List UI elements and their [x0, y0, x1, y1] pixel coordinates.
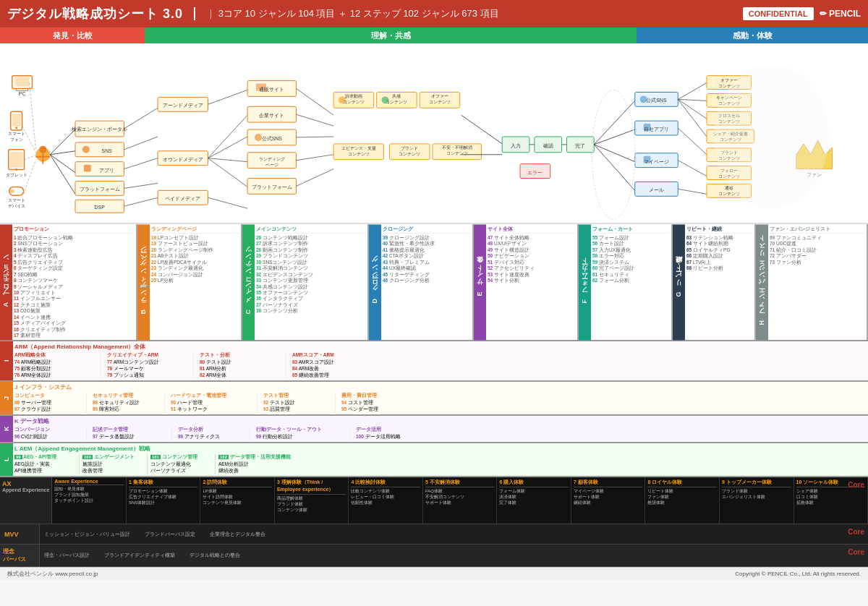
svg-point-12 — [15, 168, 17, 171]
svg-text:完了: 完了 — [575, 143, 585, 148]
svg-text:ペイドメディア: ペイドメディア — [165, 196, 200, 201]
svg-rect-2 — [15, 77, 30, 87]
section-b: B ランディングページ ランディングページ 18 LPコンセプト設計 19 ファ… — [137, 224, 242, 340]
svg-text:ページ: ページ — [265, 162, 278, 167]
svg-text:コンテンツ: コンテンツ — [429, 99, 451, 104]
svg-text:自セアプリ: 自セアプリ — [644, 127, 669, 132]
ax-col-4-header: 4 比較検討体験 — [351, 479, 420, 487]
section-a: A プロモーション プロモーション 1 総合プロモーション戦略 2 SNSプロモ… — [0, 224, 137, 340]
section-i-tag: I — [0, 341, 13, 380]
ax-col-8-header: 8 ロイヤル体験 — [647, 479, 717, 487]
section-g-content: リピート・継続 63 リテンション戦略 64 サイト継続利用 65 ロイヤルティ… — [685, 224, 754, 340]
ax-col-3-header: 3 理解体験（Think / Employee experience） — [277, 479, 346, 495]
core-label-rinen: Core — [848, 548, 864, 556]
section-e: E サイト全体 サイト全体 47 サイト全体戦略 48 UX/UIデザイン 49… — [474, 224, 579, 340]
section-d-content: クロージング 39 クロージング設計 40 緊急性・希少性訴求 41 価格提示最… — [381, 224, 472, 340]
svg-text:マイページ: マイページ — [644, 159, 669, 164]
ax-col-5-header: 5 不安解消体験 — [425, 479, 495, 487]
ax-col-2-header: 2 訪問体験 — [203, 479, 272, 487]
ax-col-9-header: 9 トップメーカー体験 — [722, 479, 791, 487]
mvv-row: MVV ミッション・ビジョン・バリュー設計 ブランドパーパス設定 企業理念とデジ… — [0, 524, 868, 545]
svg-point-7 — [15, 127, 17, 129]
section-b-content: ランディングページ 18 LPコンセプト設計 19 ファーストビュー設計 20 … — [150, 224, 241, 340]
svg-text:確認: 確認 — [542, 143, 553, 148]
svg-text:スマート: スマート — [8, 198, 25, 202]
section-d-tag: D クロージング — [369, 224, 381, 340]
section-row-i: I ARM（Append Relationship Management）全体 … — [0, 341, 868, 382]
svg-text:エラー: エラー — [527, 170, 542, 175]
svg-text:PC: PC — [19, 91, 26, 96]
section-row-k: K K データ戦略 コンバージョン 96 CV計測設計 記述データ管理 97 デ… — [0, 416, 868, 443]
svg-text:アプリ: アプリ — [99, 168, 114, 173]
svg-text:コンテンツ: コンテンツ — [386, 99, 407, 104]
ax-content: Aware Experience 認知・発見体験ブランド認知施策タッチポイント設… — [52, 477, 868, 524]
svg-point-33 — [82, 146, 90, 153]
ax-col-5: 5 不安解消体験 FAQ体験不安解消コンテンツサポート体験 — [423, 477, 498, 524]
section-row-j: J J インフラ・システム コンピュータ 86 サーバー管理 87 クラウド設計… — [0, 382, 868, 416]
svg-text:フォン: フォン — [10, 137, 23, 142]
svg-text:アーンドメディア: アーンドメディア — [163, 103, 203, 108]
section-h-content: ファン・エバンジェリスト 69 ファンコミュニティ 70 UGC促進 71 紹介… — [768, 224, 867, 340]
core-label-mvv: Core — [848, 528, 864, 536]
section-e-tag: E サイト全体 — [474, 224, 486, 340]
svg-text:コンテンツ: コンテンツ — [348, 152, 370, 156]
section-k-tag: K — [0, 416, 13, 442]
confidential-badge: CONFIDENTIAL — [743, 7, 814, 20]
footer-bar: 株式会社ペンシル www.pencil.co.jp Copyright © PE… — [0, 567, 868, 580]
section-f: F フォーム・カート フォーム・カート 55 フォーム設計 56 カート設計 5… — [579, 224, 673, 340]
ax-subtitle: Append Experience — [2, 487, 49, 492]
svg-point-15 — [10, 189, 14, 193]
section-g-tag: G リピート・継続 — [673, 224, 685, 340]
diagram-area: PC スマート フォン タブレット スマート デバイス — [0, 43, 868, 224]
section-c: C メインコンテンツ メインコンテンツ 26 コンテンツ戦略設計 27 訴求コン… — [242, 224, 369, 340]
svg-point-153 — [714, 65, 829, 208]
svg-text:DSP: DSP — [95, 205, 106, 210]
svg-text:タブレット: タブレット — [6, 172, 27, 177]
svg-rect-36 — [84, 165, 91, 172]
ax-col-9: 9 トップメーカー体験 ブランド体験エバンジェリスト体験 — [720, 477, 794, 524]
svg-text:プラットフォーム: プラットフォーム — [80, 187, 120, 192]
pencil-logo: ✏ PENCIL — [820, 9, 861, 19]
svg-text:共感: 共感 — [392, 93, 401, 98]
core-label-ax: Core — [848, 481, 864, 489]
section-e-content: サイト全体 47 サイト全体戦略 48 UX/UIデザイン 49 サイト構造設計… — [486, 224, 577, 340]
svg-text:コンテンツ: コンテンツ — [343, 100, 365, 104]
page-title: デジタル戦略成功シート 3.0 — [7, 5, 183, 22]
ax-col-2: 2 訪問体験 LP体験サイト訪問体験コンテンツ発見体験 — [200, 477, 275, 524]
svg-text:メール: メール — [649, 187, 664, 192]
section-g: G リピート・継続 リピート・継続 63 リテンション戦略 64 サイト継続利用… — [673, 224, 756, 340]
section-j-tag: J — [0, 382, 13, 414]
mvv-label: MVV — [0, 524, 40, 544]
svg-text:ランディング: ランディング — [259, 156, 286, 161]
section-row-l: L L AEM（Append Engagement Management）戦略 … — [0, 443, 868, 477]
section-feel: 感動・体験 — [637, 27, 868, 43]
header-right: CONFIDENTIAL ✏ PENCIL — [743, 7, 861, 20]
ax-col-8: 8 ロイヤル体験 リピート体験ファン体験推奨体験 — [645, 477, 720, 524]
ax-label: AX Append Experience — [0, 477, 52, 524]
copyright: Copyright © PENCIL Co., Ltd. All rights … — [735, 571, 861, 577]
ax-col-aware-header: Aware Experience — [54, 479, 124, 485]
section-f-tag: F フォーム・カート — [579, 224, 591, 340]
section-h: H ファン・エバンジェリスト ファン・エバンジェリスト 69 ファンコミュニティ… — [756, 224, 868, 340]
svg-text:デバイス: デバイス — [8, 204, 25, 208]
section-bar: 発見・比較 理解・共感 感動・体験 — [0, 27, 868, 43]
svg-text:SNS: SNS — [102, 148, 113, 153]
svg-text:スマート: スマート — [8, 131, 25, 136]
section-a-content: プロモーション 1 総合プロモーション戦略 2 SNSプロモーション 3 検索連… — [12, 224, 136, 340]
rinen-content: 理念・パーパス設計 ブランドアイデンティティ構築 デジタル戦略との整合 — [40, 545, 868, 566]
section-f-content: フォーム・カート 55 フォーム設計 56 カート設計 57 入力UX最適化 5… — [591, 224, 671, 340]
ax-col-4: 4 比較検討体験 比較コンテンツ体験レビュー・口コミ体験信頼性体験 — [349, 477, 423, 524]
svg-rect-6 — [12, 114, 21, 127]
ax-col-3: 3 理解体験（Think / Employee experience） 商品理解… — [275, 477, 349, 524]
ax-col-6-header: 6 購入体験 — [499, 479, 569, 487]
rinen-label: 理念パーパス — [0, 545, 40, 566]
ax-col-1-header: 1 集客体験 — [129, 479, 198, 487]
svg-point-19 — [39, 146, 46, 153]
section-discover: 発見・比較 — [0, 27, 145, 43]
ax-col-6: 6 購入体験 フォーム体験決済体験完了体験 — [497, 477, 571, 524]
svg-text:公式SNS: 公式SNS — [262, 136, 283, 141]
section-understand: 理解・共感 — [145, 27, 637, 43]
svg-text:不安・不明解消: 不安・不明解消 — [442, 145, 472, 150]
svg-rect-11 — [10, 152, 23, 168]
svg-text:オウンドメディア: オウンドメディア — [163, 157, 203, 162]
